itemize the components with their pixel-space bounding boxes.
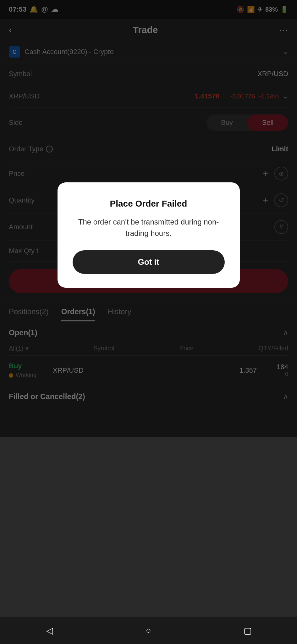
nav-bottom: ◁ ○ ▢ bbox=[0, 617, 297, 644]
got-it-button[interactable]: Got it bbox=[73, 250, 225, 274]
nav-recents-button[interactable]: ▢ bbox=[235, 623, 260, 638]
nav-home-button[interactable]: ○ bbox=[136, 623, 161, 638]
nav-back-button[interactable]: ◁ bbox=[37, 623, 62, 638]
place-order-failed-modal: Place Order Failed The order can't be tr… bbox=[58, 182, 240, 288]
modal-title: Place Order Failed bbox=[73, 199, 225, 209]
modal-body: The order can't be transmitted during no… bbox=[73, 216, 225, 239]
